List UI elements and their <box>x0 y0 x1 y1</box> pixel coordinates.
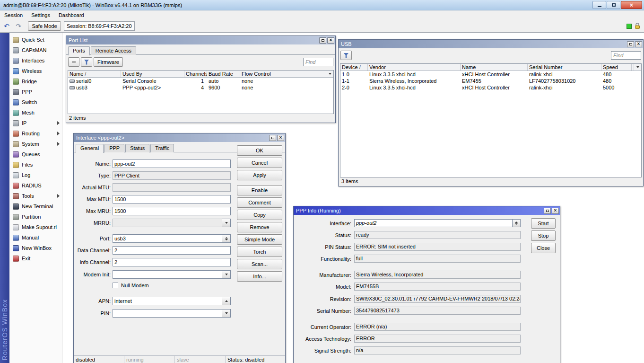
maximize-button[interactable] <box>607 1 620 9</box>
window-titlebar[interactable]: admin@B8:69:F4:F3:A2:20 (MikroTik) - Win… <box>0 0 644 10</box>
torch-button[interactable]: Torch <box>237 247 282 257</box>
sidebar-item[interactable]: CAPsMAN <box>9 45 62 55</box>
mrru-dropdown-button[interactable] <box>222 219 231 227</box>
redo-button[interactable]: ↷ <box>13 21 24 31</box>
column-header-flow-control[interactable]: Flow Control <box>240 71 274 77</box>
find-input[interactable]: Find <box>303 58 333 66</box>
info-channel-field[interactable]: 2 <box>113 258 231 266</box>
max-mru-field[interactable]: 1500 <box>113 207 231 215</box>
session-field[interactable]: Session: B8:69:F4:F3:A2:20 <box>64 21 135 31</box>
tab-remote-access[interactable]: Remote Access <box>91 46 136 55</box>
sidebar-item[interactable]: Queues <box>9 149 62 159</box>
sidebar-item[interactable]: Exit <box>9 253 62 264</box>
scan-button[interactable]: Scan... <box>237 259 282 269</box>
apn-field[interactable]: internet <box>113 297 222 305</box>
interface-updown-button[interactable] <box>513 219 521 227</box>
sidebar-item[interactable]: Bridge <box>9 76 62 87</box>
enable-button[interactable]: Enable <box>237 185 282 195</box>
sidebar-item[interactable]: Files <box>9 159 62 170</box>
column-header-name[interactable]: Name <box>461 64 528 71</box>
simple-mode-button[interactable]: Simple Mode <box>237 234 282 245</box>
column-header-vendor[interactable]: Vendor <box>368 64 461 71</box>
port-row[interactable]: serial0 Serial Console 1 auto none <box>68 78 333 84</box>
column-header-serial-number[interactable]: Serial Number <box>528 64 601 71</box>
tab-ppp[interactable]: PPP <box>104 144 124 152</box>
interface-titlebar[interactable]: Interface <ppp-out2> × <box>74 133 285 142</box>
sidebar-item[interactable]: Log <box>9 170 62 180</box>
sidebar-item[interactable]: Interfaces <box>9 55 62 66</box>
apn-up-button[interactable] <box>222 297 231 305</box>
tab-status[interactable]: Status <box>125 144 149 152</box>
sidebar-item[interactable]: Mesh <box>9 107 62 118</box>
sidebar-item[interactable]: Routing <box>9 128 62 139</box>
info-button[interactable]: Info... <box>237 271 282 282</box>
tab-traffic[interactable]: Traffic <box>150 144 174 152</box>
close-button[interactable]: × <box>277 135 284 141</box>
close-button[interactable]: Close <box>531 243 556 253</box>
port-field[interactable]: usb3 <box>113 234 222 243</box>
usb-device-row[interactable]: 1-1 Sierra Wireless, Incorporated EM7455… <box>340 78 641 84</box>
null-modem-checkbox[interactable] <box>113 283 118 288</box>
ppp-info-titlebar[interactable]: PPP Info (Running) × <box>294 206 560 215</box>
minimize-button[interactable] <box>592 1 606 9</box>
apply-button[interactable]: Apply <box>237 170 282 180</box>
sidebar-item[interactable]: PPP <box>9 87 62 97</box>
menu-dashboard[interactable]: Dashboard <box>54 10 88 20</box>
stop-button[interactable]: Stop <box>531 230 556 241</box>
sidebar-item[interactable]: Partition <box>9 212 62 222</box>
close-button[interactable]: × <box>552 208 559 214</box>
maximize-button[interactable] <box>627 41 634 47</box>
filter-button[interactable] <box>81 57 92 67</box>
tab-ports[interactable]: Ports <box>68 46 90 55</box>
close-button[interactable]: × <box>327 37 334 44</box>
column-header-device[interactable]: Device/ <box>340 64 368 71</box>
usb-device-row[interactable]: 2-0 Linux 3.3.5 xhci-hcd xHCI Host Contr… <box>340 84 641 91</box>
modem-init-field[interactable] <box>113 270 222 279</box>
remove-button[interactable]: Remove <box>237 222 282 232</box>
usb-titlebar[interactable]: USB × <box>339 40 643 48</box>
sidebar-item[interactable]: IP <box>9 118 62 128</box>
sidebar-item[interactable]: Quick Set <box>9 35 62 45</box>
filter-button[interactable] <box>340 51 352 60</box>
sidebar-item[interactable]: Manual <box>9 232 62 243</box>
column-selector-button[interactable] <box>326 71 333 77</box>
port-updown-button[interactable] <box>222 234 231 243</box>
column-header-name[interactable]: Name/ <box>68 71 121 77</box>
cancel-button[interactable]: Cancel <box>237 158 282 168</box>
usb-device-row[interactable]: 1-0 Linux 3.3.5 xhci-hcd xHCI Host Contr… <box>340 71 641 78</box>
pin-field[interactable] <box>113 309 222 318</box>
pin-dropdown-button[interactable] <box>222 309 231 318</box>
column-header-baud-rate[interactable]: Baud Rate <box>207 71 240 77</box>
find-input[interactable]: Find <box>611 51 641 60</box>
interface-combo[interactable]: ppp-out2 <box>354 219 513 227</box>
sidebar-item[interactable]: New Terminal <box>9 201 62 212</box>
column-header-channels[interactable]: Channels <box>184 71 207 77</box>
max-mtu-field[interactable]: 1500 <box>113 195 231 204</box>
copy-button[interactable]: Copy <box>237 210 282 220</box>
close-button[interactable]: × <box>621 1 642 9</box>
column-header-speed[interactable]: Speed <box>601 64 632 71</box>
dash-button[interactable] <box>68 57 79 67</box>
close-button[interactable]: × <box>635 41 642 47</box>
menu-settings[interactable]: Settings <box>27 10 54 20</box>
start-button[interactable]: Start <box>531 218 556 229</box>
sidebar-item[interactable]: Make Supout.rif <box>9 222 62 232</box>
safe-mode-button[interactable]: Safe Mode <box>28 21 61 31</box>
sidebar-item[interactable]: New WinBox <box>9 243 62 253</box>
sidebar-item[interactable]: Wireless <box>9 66 62 76</box>
sidebar-item[interactable]: Tools <box>9 191 62 201</box>
ok-button[interactable]: OK <box>237 145 282 156</box>
port-list-titlebar[interactable]: Port List × <box>66 36 335 44</box>
sidebar-item[interactable]: RADIUS <box>9 180 62 191</box>
menu-session[interactable]: Session <box>0 10 27 20</box>
comment-button[interactable]: Comment <box>237 197 282 208</box>
maximize-button[interactable] <box>269 135 276 141</box>
undo-button[interactable]: ↶ <box>1 21 12 31</box>
name-field[interactable]: ppp-out2 <box>113 159 231 168</box>
data-channel-field[interactable]: 2 <box>113 246 231 255</box>
sidebar-item[interactable]: Switch <box>9 97 62 107</box>
modem-init-dropdown-button[interactable] <box>222 270 231 279</box>
column-selector-button[interactable] <box>634 64 641 71</box>
column-header-used-by[interactable]: Used By <box>121 71 184 77</box>
maximize-button[interactable] <box>544 208 551 214</box>
